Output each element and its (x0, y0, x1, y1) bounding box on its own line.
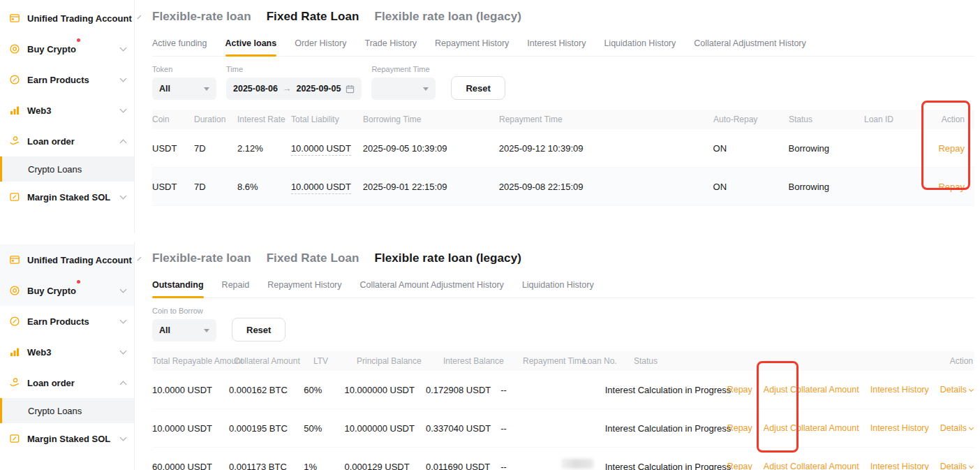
subtab-order-history[interactable]: Order History (295, 38, 346, 56)
reset-button[interactable]: Reset (232, 318, 285, 342)
subtab-repayment-history[interactable]: Repayment History (267, 280, 341, 298)
earn-products-icon (9, 74, 20, 85)
table-row: 60.0000 USDT 0.001173 BTC 1% 0.000129 US… (152, 448, 974, 470)
subtab-active-loans[interactable]: Active loans (225, 38, 277, 56)
sidebar-item-label: Buy Crypto (27, 286, 76, 296)
sidebar-subitem-label: Crypto Loans (28, 406, 82, 416)
header-interest-balance: Interest Balance (443, 356, 523, 366)
adjust-collateral-amount-link[interactable]: Adjust Collateral Amount (764, 462, 859, 470)
adjust-collateral-amount-link[interactable]: Adjust Collateral Amount (764, 385, 859, 395)
table-row: 10.0000 USDT 0.000195 BTC 50% 10.000000 … (152, 409, 974, 448)
subtab-collateral-adjustment-history[interactable]: Collateral Adjustment History (694, 38, 805, 56)
tab-fixed-rate-loan[interactable]: Fixed Rate Loan (267, 10, 359, 24)
repay-link[interactable]: Repay (727, 385, 752, 395)
sidebar-subitem-crypto-loans[interactable]: Crypto Loans (0, 398, 134, 423)
repay-link[interactable]: Repay (938, 143, 965, 154)
repayment-time-filter-label: Repayment Time (371, 65, 436, 73)
sidebar-item-buy-crypto[interactable]: Buy Crypto (0, 275, 134, 306)
subtab-liquidation-history[interactable]: Liquidation History (522, 280, 594, 298)
token-select[interactable]: All (152, 78, 216, 100)
details-dropdown[interactable]: Details (940, 385, 973, 395)
subtab-repayment-history[interactable]: Repayment History (435, 38, 509, 56)
sidebar-item-label: Margin Staked SOL (27, 434, 110, 444)
header-loan-id: Loan ID (864, 115, 939, 124)
cell-total-repayable: 10.0000 USDT (152, 423, 229, 434)
cell-interest-rate: 8.6% (237, 182, 291, 192)
coin-to-borrow-select[interactable]: All (152, 319, 216, 342)
chevron-down-icon (120, 106, 127, 113)
cell-collateral: 0.000195 BTC (229, 423, 304, 434)
tab-fixed-rate-loan[interactable]: Fixed Rate Loan (267, 251, 359, 265)
sidebar-item-earn-products[interactable]: Earn Products (0, 306, 134, 337)
sidebar-subitem-crypto-loans[interactable]: Crypto Loans (0, 156, 134, 182)
interest-history-link[interactable]: Interest History (870, 423, 929, 433)
web3-icon (9, 105, 20, 116)
crypto-loans-page: Unified Trading Account Buy Crypto Earn … (0, 0, 980, 470)
sidebar-item-unified-trading-account[interactable]: Unified Trading Account (0, 3, 134, 34)
loan-type-tabs: Flexible-rate loan Fixed Rate Loan Flexi… (152, 10, 974, 24)
interest-history-link[interactable]: Interest History (870, 462, 929, 470)
sidebar-item-earn-products[interactable]: Earn Products (0, 64, 134, 95)
table-header-row: Coin Duration Interest Rate Total Liabil… (152, 110, 974, 129)
tab-flexible-rate-loan-legacy[interactable]: Flexible rate loan (legacy) (374, 251, 521, 265)
subtab-trade-history[interactable]: Trade History (365, 38, 417, 56)
repay-link[interactable]: Repay (727, 423, 752, 433)
sidebar-item-buy-crypto[interactable]: Buy Crypto (0, 34, 134, 64)
sidebar: Unified Trading Account Buy Crypto Earn … (0, 242, 135, 470)
cell-borrowing-time: 2025-09-05 10:39:09 (363, 143, 499, 154)
chevron-up-icon (120, 139, 127, 146)
sidebar-item-loan-order[interactable]: Loan order (0, 126, 134, 156)
repayment-time-select[interactable] (371, 78, 436, 100)
cell-loan-no-redacted (557, 423, 605, 434)
sidebar-item-margin-staked-sol[interactable]: Margin Staked SOL (0, 423, 134, 454)
time-range-picker[interactable]: 2025-08-06 → 2025-09-05 (226, 78, 362, 100)
reset-button[interactable]: Reset (451, 76, 505, 100)
flexible-legacy-main: Flexible-rate loan Fixed Rate Loan Flexi… (135, 242, 980, 470)
header-repayment-time: Repayment Time (499, 115, 713, 124)
table-row: USDT 7D 8.6% 10.0000 USDT 2025-09-01 22:… (152, 168, 974, 206)
sidebar-item-label: Loan order (27, 378, 75, 388)
flexible-legacy-panel: Unified Trading Account Buy Crypto Earn … (0, 242, 980, 470)
sidebar-item-label: Earn Products (27, 75, 89, 85)
fixed-rate-loan-panel: Unified Trading Account Buy Crypto Earn … (0, 0, 980, 233)
subtab-repaid[interactable]: Repaid (222, 280, 250, 298)
adjust-collateral-amount-link[interactable]: Adjust Collateral Amount (764, 423, 859, 433)
tab-flexible-rate-loan[interactable]: Flexible-rate loan (152, 251, 251, 265)
sidebar-item-label: Unified Trading Account (27, 255, 132, 265)
sidebar-item-web3[interactable]: Web3 (0, 95, 134, 126)
header-repayment-time: Repayment Time (523, 356, 583, 366)
repay-link[interactable]: Repay (727, 462, 752, 470)
notification-dot (77, 38, 80, 42)
details-dropdown[interactable]: Details (940, 423, 973, 433)
cell-principal: 0.000129 USDT (344, 462, 426, 470)
subtab-outstanding[interactable]: Outstanding (152, 280, 204, 298)
cell-total-liability: 10.0000 USDT (291, 143, 363, 154)
tab-flexible-rate-loan[interactable]: Flexible-rate loan (152, 10, 251, 24)
unified-trading-account-icon (9, 254, 20, 265)
chevron-down-icon (969, 425, 974, 430)
cell-ltv: 60% (304, 385, 344, 395)
repay-link[interactable]: Repay (938, 182, 965, 192)
subtab-collateral-amount-adjustment-history[interactable]: Collateral Amount Adjustment History (360, 280, 504, 298)
tab-flexible-rate-loan-legacy[interactable]: Flexible rate loan (legacy) (374, 10, 521, 24)
sidebar-item-unified-trading-account[interactable]: Unified Trading Account (0, 244, 134, 275)
cell-ltv: 1% (304, 462, 344, 470)
subtab-interest-history[interactable]: Interest History (527, 38, 586, 56)
sidebar-item-loan-order[interactable]: Loan order (0, 367, 134, 398)
table-header-row: Total Repayable Amount Collateral Amount… (152, 351, 974, 371)
sidebar-item-margin-staked-sol[interactable]: Margin Staked SOL (0, 182, 134, 212)
sidebar-item-label: Earn Products (27, 316, 89, 327)
header-principal-balance: Principal Balance (357, 356, 443, 366)
chevron-down-icon (120, 193, 127, 200)
interest-history-link[interactable]: Interest History (870, 385, 929, 395)
details-dropdown[interactable]: Details (940, 462, 973, 470)
header-coin: Coin (152, 115, 194, 124)
subtab-liquidation-history[interactable]: Liquidation History (604, 38, 676, 56)
subtab-active-funding[interactable]: Active funding (152, 38, 207, 56)
cell-borrowing-time: 2025-09-01 22:15:09 (363, 182, 499, 192)
sidebar-item-web3[interactable]: Web3 (0, 337, 134, 367)
sidebar-item-label: Buy Crypto (27, 44, 76, 54)
legacy-subtabs: Outstanding Repaid Repayment History Col… (152, 280, 974, 298)
header-borrowing-time: Borrowing Time (363, 115, 499, 124)
chevron-up-icon (120, 381, 127, 388)
